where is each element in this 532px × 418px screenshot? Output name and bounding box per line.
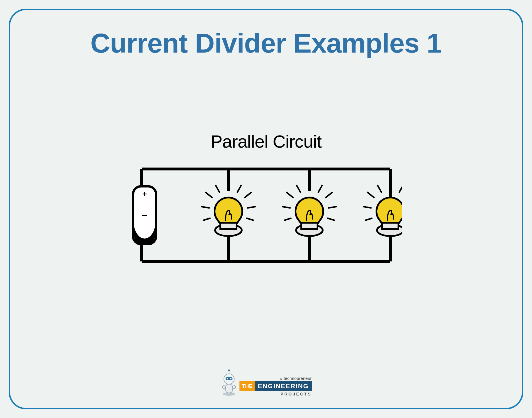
brand-word-engineering: ENGINEERING [255, 381, 312, 391]
battery-icon: + − [133, 186, 156, 244]
brand-tagline: # technopreneur [239, 376, 312, 381]
svg-line-35 [367, 192, 374, 198]
svg-point-49 [227, 378, 228, 380]
svg-text:−: − [142, 210, 147, 221]
svg-line-21 [246, 218, 254, 220]
svg-point-50 [230, 378, 232, 380]
parallel-circuit-svg: + − [130, 157, 402, 273]
svg-line-26 [325, 192, 332, 198]
svg-text:+: + [142, 190, 147, 198]
svg-line-20 [203, 218, 210, 220]
svg-line-19 [237, 185, 241, 193]
svg-line-25 [286, 192, 293, 198]
svg-line-39 [377, 185, 382, 193]
diagram-label: Parallel Circuit [10, 131, 522, 152]
svg-line-40 [399, 185, 402, 193]
card-frame: Current Divider Examples 1 Parallel Circ… [9, 9, 523, 409]
svg-line-41 [365, 218, 372, 220]
svg-line-30 [318, 185, 322, 193]
svg-point-52 [228, 369, 230, 371]
brand-word-projects: PROJECTS [239, 392, 312, 396]
bulb-icon [363, 185, 402, 236]
robot-mascot-icon [220, 367, 238, 396]
svg-point-54 [233, 386, 236, 389]
svg-line-18 [215, 185, 220, 193]
svg-rect-23 [220, 223, 237, 229]
svg-line-28 [328, 207, 337, 208]
svg-line-17 [247, 207, 256, 208]
svg-rect-34 [301, 223, 317, 229]
svg-line-37 [363, 207, 372, 208]
bulb-icon [282, 185, 337, 236]
bulb-icon [201, 185, 256, 236]
svg-line-32 [327, 218, 335, 220]
svg-line-27 [282, 207, 291, 208]
svg-line-16 [201, 207, 210, 208]
svg-line-14 [205, 192, 213, 198]
svg-line-31 [284, 218, 291, 220]
svg-point-53 [222, 386, 225, 389]
circuit-diagram: + − [10, 157, 522, 273]
page-title: Current Divider Examples 1 [10, 27, 522, 59]
svg-rect-46 [226, 384, 232, 393]
svg-line-15 [244, 192, 252, 198]
brand-logo: # technopreneur THE ENGINEERING PROJECTS [220, 367, 312, 396]
brand-word-the: THE [239, 381, 255, 391]
svg-rect-44 [382, 223, 398, 229]
svg-line-29 [296, 185, 301, 193]
